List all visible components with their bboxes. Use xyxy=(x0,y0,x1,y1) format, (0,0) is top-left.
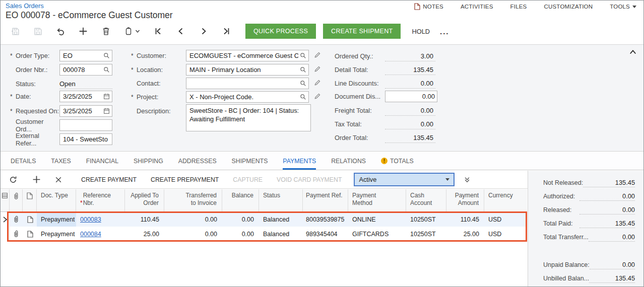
clipboard-button[interactable] xyxy=(119,24,145,39)
hold-button[interactable]: HOLD xyxy=(406,24,436,39)
create-payment-button[interactable]: CREATE PAYMENT xyxy=(81,176,137,183)
col-cash-account[interactable]: Cash Account xyxy=(406,189,446,211)
tab-relations[interactable]: RELATIONS xyxy=(331,152,366,170)
tools-menu-item[interactable]: TOOLS xyxy=(610,4,636,10)
tab-details[interactable]: DETAILS xyxy=(11,152,36,170)
activities-menu-item[interactable]: ACTIVITIES xyxy=(461,4,493,10)
currency-cell[interactable]: USD xyxy=(484,231,527,238)
go-last-button[interactable] xyxy=(217,24,236,39)
date-field[interactable]: 3/25/2025 xyxy=(59,91,112,102)
requested-on-field[interactable]: 3/25/2025 xyxy=(59,105,112,117)
search-icon[interactable] xyxy=(300,66,306,73)
more-actions-button[interactable]: ... xyxy=(440,27,449,36)
reference-nbr-cell[interactable]: 000084 xyxy=(76,231,125,238)
collapse-panel-button[interactable] xyxy=(629,48,636,57)
description-field[interactable]: SweetStore - BC | Order: 104 | Status: A… xyxy=(186,104,311,131)
col-transferred-to-invoice[interactable]: Transferred to Invoice xyxy=(164,189,222,211)
edit-location-button[interactable] xyxy=(314,65,321,75)
calendar-icon[interactable] xyxy=(103,108,110,114)
cash-account-cell[interactable]: 10250ST xyxy=(406,216,446,223)
create-prepayment-button[interactable]: CREATE PREPAYMENT xyxy=(151,176,219,183)
payment-row-1[interactable]: Prepayment 000083 110.45 0.00 0.00 Balan… xyxy=(1,212,527,227)
payment-row-2[interactable]: Prepayment 000084 25.00 0.00 0.00 Balanc… xyxy=(1,227,527,241)
calendar-icon[interactable] xyxy=(103,93,110,100)
go-previous-button[interactable] xyxy=(171,24,190,39)
payment-method-cell[interactable]: GIFTCARDS xyxy=(348,231,406,238)
cancel-undo-button[interactable] xyxy=(51,24,70,39)
delete-record-button[interactable] xyxy=(96,24,115,39)
search-icon[interactable] xyxy=(300,94,306,100)
applied-to-order-cell[interactable]: 110.45 xyxy=(125,216,164,223)
payment-ref-cell[interactable]: 989345404 xyxy=(303,231,348,238)
status-cell[interactable]: Balanced xyxy=(259,216,303,223)
doc-type-cell[interactable]: Prepayment xyxy=(37,231,76,238)
tab-shipments[interactable]: SHIPMENTS xyxy=(232,152,268,170)
tab-shipping[interactable]: SHIPPING xyxy=(134,152,163,170)
add-row-button[interactable] xyxy=(28,173,45,187)
transferred-to-invoice-cell[interactable]: 0.00 xyxy=(164,216,222,223)
external-reference-field[interactable]: 104 - SweetSto xyxy=(59,133,112,145)
customization-menu-item[interactable]: CUSTOMIZATION xyxy=(544,4,593,10)
search-icon[interactable] xyxy=(103,66,110,73)
doc-type-cell[interactable]: Prepayment xyxy=(37,212,76,227)
tab-taxes[interactable]: TAXES xyxy=(51,152,71,170)
customer-field[interactable]: ECOMGUEST - eCommerce Guest Cu xyxy=(186,50,309,61)
col-payment-ref[interactable]: Payment Ref. xyxy=(303,189,348,211)
search-icon[interactable] xyxy=(300,80,306,87)
order-type-field[interactable]: EO xyxy=(59,50,112,61)
edit-customer-button[interactable] xyxy=(314,51,321,60)
go-first-button[interactable] xyxy=(149,24,168,39)
applied-to-order-cell[interactable]: 25.00 xyxy=(125,231,164,238)
col-currency[interactable]: Currency xyxy=(484,189,527,211)
payment-ref-cell[interactable]: 80039539875 xyxy=(303,216,348,223)
col-doc-type[interactable]: Doc. Type xyxy=(37,189,76,211)
currency-cell[interactable]: USD xyxy=(484,216,527,223)
save-close-button[interactable] xyxy=(6,24,25,39)
payment-amount-cell[interactable]: 110.45 xyxy=(446,216,484,223)
col-reference-nbr[interactable]: *Reference Nbr. xyxy=(76,189,125,211)
quick-process-button[interactable]: QUICK PROCESS xyxy=(245,24,316,39)
project-field[interactable]: X - Non-Project Code. xyxy=(186,91,309,103)
toolbar-overflow-button[interactable] xyxy=(462,176,471,183)
transferred-to-invoice-cell[interactable]: 0.00 xyxy=(164,231,222,238)
search-icon[interactable] xyxy=(300,52,306,59)
col-payment-method[interactable]: Payment Method xyxy=(348,189,406,211)
search-icon[interactable] xyxy=(103,52,110,59)
reference-nbr-cell[interactable]: 000083 xyxy=(76,216,125,223)
location-field[interactable]: MAIN - Primary Location xyxy=(186,64,309,76)
add-new-record-button[interactable] xyxy=(74,24,93,39)
tab-financial[interactable]: FINANCIAL xyxy=(86,152,118,170)
create-shipment-button[interactable]: CREATE SHIPMENT xyxy=(323,24,401,39)
delete-row-button[interactable] xyxy=(50,173,67,187)
breadcrumb[interactable]: Sales Orders xyxy=(6,2,44,10)
notes-column-header[interactable] xyxy=(23,189,37,211)
attachments-column-header[interactable] xyxy=(10,189,23,211)
tab-payments[interactable]: PAYMENTS xyxy=(283,152,316,170)
edit-project-button[interactable] xyxy=(314,93,321,102)
contact-field[interactable] xyxy=(186,78,309,89)
order-nbr-field[interactable]: 000078 xyxy=(59,64,112,76)
void-card-payment-button[interactable]: VOID CARD PAYMENT xyxy=(277,176,342,183)
save-button[interactable] xyxy=(28,24,47,39)
col-status[interactable]: Status xyxy=(259,189,303,211)
edit-contact-button[interactable] xyxy=(314,79,321,88)
go-next-button[interactable] xyxy=(194,24,213,39)
reference-link[interactable]: 000083 xyxy=(80,216,101,223)
status-cell[interactable]: Balanced xyxy=(259,231,303,238)
grid-settings-button[interactable] xyxy=(1,189,10,211)
capture-button[interactable]: CAPTURE xyxy=(233,176,263,183)
balance-cell[interactable]: 0.00 xyxy=(222,231,259,238)
note-cell[interactable] xyxy=(23,231,37,238)
cash-account-cell[interactable]: 10250ST xyxy=(406,231,446,238)
col-payment-amount[interactable]: Payment Amount xyxy=(446,189,484,211)
files-menu-item[interactable]: FILES xyxy=(510,4,527,10)
attachment-cell[interactable] xyxy=(10,216,23,223)
balance-cell[interactable]: 0.00 xyxy=(222,216,259,223)
refresh-button[interactable] xyxy=(5,173,22,187)
customer-order-field[interactable] xyxy=(59,119,112,131)
reference-link[interactable]: 000084 xyxy=(80,231,101,238)
col-balance[interactable]: Balance xyxy=(222,189,259,211)
payments-filter-select[interactable]: Active xyxy=(354,173,455,186)
attachment-cell[interactable] xyxy=(10,230,23,238)
col-applied-to-order[interactable]: Applied To Order xyxy=(125,189,164,211)
